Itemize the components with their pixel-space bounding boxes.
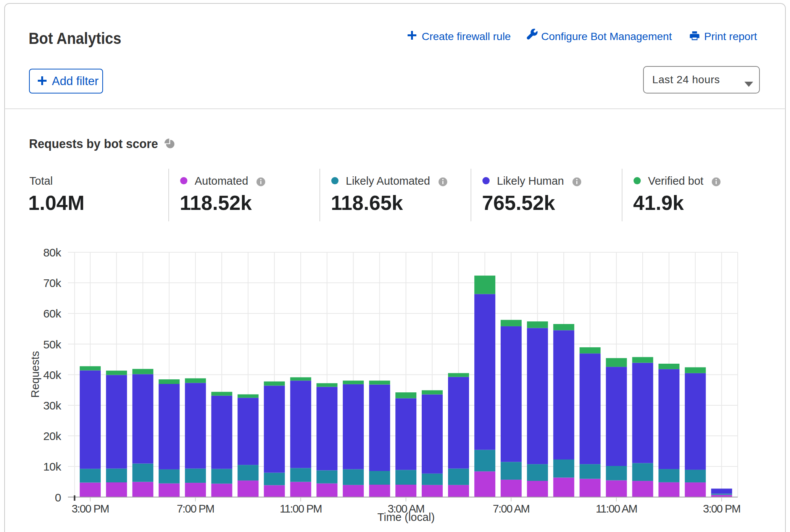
svg-text:50k: 50k [43,338,61,351]
svg-text:70k: 70k [43,277,61,289]
svg-text:11:00 AM: 11:00 AM [596,503,637,515]
svg-text:11:00 PM: 11:00 PM [280,503,322,515]
svg-text:40k: 40k [43,369,61,381]
svg-text:Time (local): Time (local) [377,511,435,523]
svg-text:60k: 60k [43,307,61,320]
svg-text:30k: 30k [43,399,61,412]
svg-text:7:00 PM: 7:00 PM [177,503,214,515]
svg-text:10k: 10k [43,460,61,473]
svg-text:3:00 PM: 3:00 PM [72,503,109,515]
svg-text:80k: 80k [43,246,61,259]
svg-text:20k: 20k [43,430,61,442]
svg-text:Requests: Requests [29,351,41,398]
svg-text:0: 0 [55,491,61,504]
svg-text:7:00 AM: 7:00 AM [493,503,529,515]
svg-text:3:00 PM: 3:00 PM [703,503,740,515]
